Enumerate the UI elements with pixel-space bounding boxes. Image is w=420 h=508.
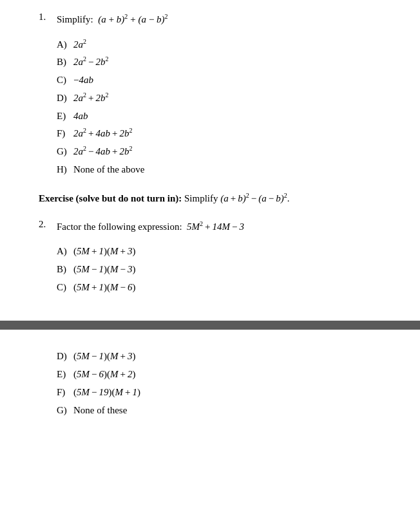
question-2-answers-bottom: D) (5M − 1)(M + 3) E) (5M − 6)(M + 2) F)… bbox=[57, 348, 381, 419]
question-1-block: 1. Simplify: (a + b)2 + (a − b)2 A) 2a2 … bbox=[39, 12, 381, 179]
answer-2c: C) (5M + 1)(M − 6) bbox=[57, 279, 381, 297]
question-1-answers: A) 2a2 B) 2a2 − 2b2 C) −4ab D) 2a2 + 2b2… bbox=[57, 36, 381, 179]
answer-2d-text: (5M − 1)(M + 3) bbox=[73, 348, 135, 366]
question-2-block: 2. Factor the following expression: 5M2 … bbox=[39, 219, 381, 297]
answer-1a-text: 2a2 bbox=[73, 36, 86, 54]
exercise-label: Exercise (solve but do not turn in): bbox=[39, 193, 182, 203]
answer-1h-label: H) bbox=[57, 161, 70, 179]
answer-2b-label: B) bbox=[57, 261, 70, 279]
answer-1f: F) 2a2 + 4ab + 2b2 bbox=[57, 125, 381, 143]
question-2-title: 2. Factor the following expression: 5M2 … bbox=[39, 219, 381, 234]
exercise-block: Exercise (solve but do not turn in): Sim… bbox=[39, 191, 381, 206]
answer-1d-label: D) bbox=[57, 89, 70, 108]
answer-2f: F) (5M − 19)(M + 1) bbox=[57, 384, 381, 402]
answer-2g-label: G) bbox=[57, 402, 70, 420]
answer-2a-text: (5M + 1)(M + 3) bbox=[73, 243, 135, 261]
answer-2f-label: F) bbox=[57, 384, 70, 402]
page-divider bbox=[0, 321, 420, 330]
answer-1h: H) None of the above bbox=[57, 161, 381, 179]
answer-2c-label: C) bbox=[57, 279, 70, 297]
answer-2e-label: E) bbox=[57, 366, 70, 384]
question-1-text: Simplify: (a + b)2 + (a − b)2 bbox=[57, 12, 168, 27]
answer-2b: B) (5M − 1)(M − 3) bbox=[57, 261, 381, 279]
question-1-number: 1. bbox=[39, 12, 57, 23]
answer-2f-text: (5M − 19)(M + 1) bbox=[73, 384, 140, 402]
bottom-section: D) (5M − 1)(M + 3) E) (5M − 6)(M + 2) F)… bbox=[0, 330, 420, 432]
answer-1c-text: −4ab bbox=[73, 71, 93, 89]
answer-2b-text: (5M − 1)(M − 3) bbox=[73, 261, 135, 279]
answer-1b: B) 2a2 − 2b2 bbox=[57, 53, 381, 71]
answer-1g: G) 2a2 − 4ab + 2b2 bbox=[57, 143, 381, 161]
answer-2e-text: (5M − 6)(M + 2) bbox=[73, 366, 135, 384]
answer-1a: A) 2a2 bbox=[57, 36, 381, 54]
answer-1a-label: A) bbox=[57, 36, 70, 54]
answer-1f-label: F) bbox=[57, 125, 70, 143]
question-1-title: 1. Simplify: (a + b)2 + (a − b)2 bbox=[39, 12, 381, 27]
answer-2a-label: A) bbox=[57, 243, 70, 261]
answer-1e: E) 4ab bbox=[57, 108, 381, 126]
answer-2c-text: (5M + 1)(M − 6) bbox=[73, 279, 135, 297]
answer-2g-text: None of these bbox=[73, 402, 127, 420]
answer-2d: D) (5M − 1)(M + 3) bbox=[57, 348, 381, 366]
answer-1d: D) 2a2 + 2b2 bbox=[57, 89, 381, 108]
answer-1f-text: 2a2 + 4ab + 2b2 bbox=[73, 125, 132, 143]
answer-2g: G) None of these bbox=[57, 402, 381, 420]
answer-1g-text: 2a2 − 4ab + 2b2 bbox=[73, 143, 132, 161]
answer-1h-text: None of the above bbox=[73, 161, 144, 179]
question-2-number: 2. bbox=[39, 219, 57, 230]
answer-2a: A) (5M + 1)(M + 3) bbox=[57, 243, 381, 261]
answer-1g-label: G) bbox=[57, 143, 70, 161]
question-2-answers-top: A) (5M + 1)(M + 3) B) (5M − 1)(M − 3) C)… bbox=[57, 243, 381, 296]
answer-1c-label: C) bbox=[57, 71, 70, 89]
answer-2d-label: D) bbox=[57, 348, 70, 366]
answer-1b-label: B) bbox=[57, 53, 70, 71]
answer-1e-text: 4ab bbox=[73, 108, 88, 126]
answer-2e: E) (5M − 6)(M + 2) bbox=[57, 366, 381, 384]
answer-1c: C) −4ab bbox=[57, 71, 381, 89]
answer-1e-label: E) bbox=[57, 108, 70, 126]
answer-1b-text: 2a2 − 2b2 bbox=[73, 53, 108, 71]
top-section: 1. Simplify: (a + b)2 + (a − b)2 A) 2a2 … bbox=[0, 0, 420, 321]
exercise-text: Simplify (a + b)2 − (a − b)2. bbox=[184, 193, 289, 203]
question-2-text: Factor the following expression: 5M2 + 1… bbox=[57, 219, 244, 234]
answer-1d-text: 2a2 + 2b2 bbox=[73, 89, 108, 108]
